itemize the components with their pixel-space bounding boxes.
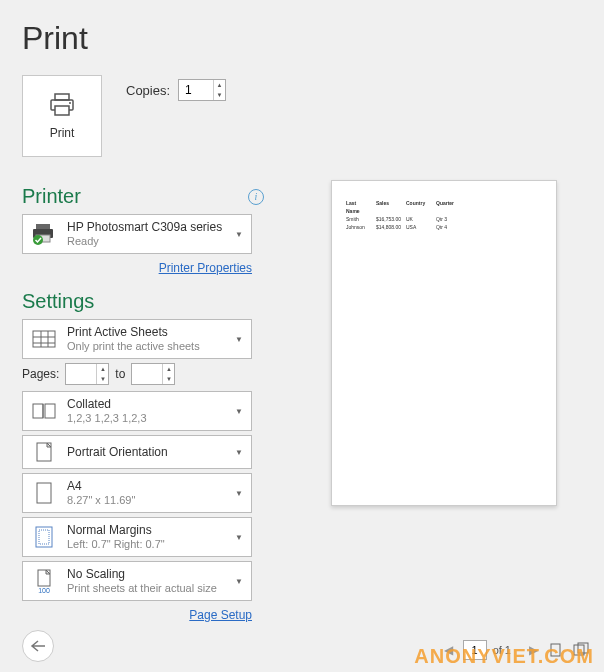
scope-sub: Only print the active sheets xyxy=(67,340,245,353)
back-button[interactable] xyxy=(22,630,54,662)
paper-sub: 8.27" x 11.69" xyxy=(67,494,245,507)
chevron-down-icon: ▼ xyxy=(235,489,243,498)
printer-section-title: Printer xyxy=(22,185,81,208)
sheets-icon xyxy=(29,324,59,354)
print-scope-selector[interactable]: Print Active Sheets Only print the activ… xyxy=(22,319,252,359)
collation-selector[interactable]: Collated 1,2,3 1,2,3 1,2,3 ▼ xyxy=(22,391,252,431)
printer-selector[interactable]: HP Photosmart C309a series Ready ▼ xyxy=(22,214,252,254)
orientation-title: Portrait Orientation xyxy=(67,445,245,459)
margins-icon xyxy=(29,522,59,552)
svg-rect-17 xyxy=(37,483,51,503)
svg-rect-4 xyxy=(36,224,50,229)
margins-selector[interactable]: Normal Margins Left: 0.7" Right: 0.7" ▼ xyxy=(22,517,252,557)
spinner-down-icon[interactable]: ▼ xyxy=(162,374,174,384)
printer-name: HP Photosmart C309a series xyxy=(67,220,245,234)
scope-title: Print Active Sheets xyxy=(67,325,245,339)
arrow-left-icon xyxy=(30,639,46,653)
pages-to-spinner[interactable]: ▲▼ xyxy=(131,363,175,385)
printer-ready-icon xyxy=(29,219,59,249)
svg-rect-13 xyxy=(33,404,43,418)
print-button[interactable]: Print xyxy=(22,75,102,157)
spinner-up-icon[interactable]: ▲ xyxy=(213,80,225,90)
svg-point-3 xyxy=(69,102,71,104)
portrait-icon xyxy=(29,437,59,467)
chevron-down-icon: ▼ xyxy=(235,407,243,416)
print-button-label: Print xyxy=(50,126,75,140)
svg-rect-8 xyxy=(33,331,55,347)
margins-sub: Left: 0.7" Right: 0.7" xyxy=(67,538,245,551)
chevron-down-icon: ▼ xyxy=(235,230,243,239)
chevron-down-icon: ▼ xyxy=(235,533,243,542)
svg-rect-19 xyxy=(39,530,49,544)
paper-icon xyxy=(29,478,59,508)
paper-title: A4 xyxy=(67,479,245,493)
next-page-button[interactable]: ▶ xyxy=(525,643,542,657)
spinner-down-icon[interactable]: ▼ xyxy=(96,374,108,384)
orientation-selector[interactable]: Portrait Orientation ▼ xyxy=(22,435,252,469)
copies-label: Copies: xyxy=(126,83,170,98)
scaling-badge: 100 xyxy=(38,587,50,594)
pages-from-spinner[interactable]: ▲▼ xyxy=(65,363,109,385)
printer-icon xyxy=(47,92,77,118)
settings-section-title: Settings xyxy=(22,290,94,313)
printer-status: Ready xyxy=(67,235,245,248)
svg-rect-21 xyxy=(551,644,560,656)
zoom-icon[interactable] xyxy=(572,641,590,659)
zoom-to-page-icon[interactable] xyxy=(548,641,566,659)
scaling-title: No Scaling xyxy=(67,567,245,581)
page-number-input[interactable] xyxy=(463,640,487,660)
printer-properties-link[interactable]: Printer Properties xyxy=(159,261,252,275)
chevron-down-icon: ▼ xyxy=(235,335,243,344)
copies-spinner[interactable]: ▲▼ xyxy=(178,79,226,101)
spinner-up-icon[interactable]: ▲ xyxy=(162,364,174,374)
spinner-down-icon[interactable]: ▼ xyxy=(213,90,225,100)
collation-title: Collated xyxy=(67,397,245,411)
collated-icon xyxy=(29,396,59,426)
svg-point-7 xyxy=(33,235,43,245)
prev-page-button[interactable]: ◀ xyxy=(440,643,457,657)
pages-to-label: to xyxy=(115,367,125,381)
margins-title: Normal Margins xyxy=(67,523,245,537)
svg-rect-2 xyxy=(55,106,69,115)
chevron-down-icon: ▼ xyxy=(235,577,243,586)
spinner-up-icon[interactable]: ▲ xyxy=(96,364,108,374)
scaling-selector[interactable]: 100 No Scaling Print sheets at their act… xyxy=(22,561,252,601)
scaling-icon: 100 xyxy=(29,566,59,596)
chevron-down-icon: ▼ xyxy=(235,448,243,457)
print-preview: Last NameSalesCountryQuarter Smith$16,75… xyxy=(331,180,557,506)
scaling-sub: Print sheets at their actual size xyxy=(67,582,245,595)
info-icon[interactable]: i xyxy=(248,189,264,205)
svg-rect-14 xyxy=(45,404,55,418)
pages-label: Pages: xyxy=(22,367,59,381)
page-setup-link[interactable]: Page Setup xyxy=(189,608,252,622)
collation-sub: 1,2,3 1,2,3 1,2,3 xyxy=(67,412,245,425)
svg-rect-0 xyxy=(55,94,69,100)
page-title: Print xyxy=(22,20,264,57)
page-of-label: of 1 xyxy=(493,644,511,656)
paper-selector[interactable]: A4 8.27" x 11.69" ▼ xyxy=(22,473,252,513)
